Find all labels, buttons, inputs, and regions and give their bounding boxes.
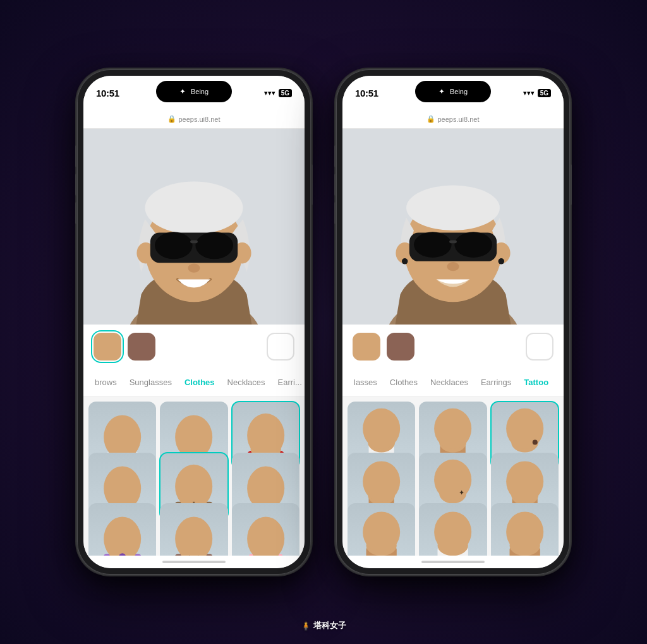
svg-point-8	[195, 232, 233, 259]
being-label-2: Being	[450, 88, 468, 95]
category-tabs-1: brows Sunglasses Clothes Necklaces Earri…	[83, 369, 305, 397]
tab-clothes-1[interactable]: Clothes	[178, 369, 221, 397]
svg-point-63	[447, 262, 459, 271]
color-swatches-1	[83, 325, 305, 369]
avatar-area-2	[342, 129, 564, 325]
svg-point-99	[434, 512, 471, 552]
swatch-empty-1[interactable]	[267, 333, 294, 361]
svg-point-75	[506, 408, 543, 449]
svg-point-72	[434, 408, 471, 449]
svg-point-81	[363, 461, 400, 501]
svg-point-7	[155, 232, 193, 259]
tab-tattoo-2[interactable]: Tattoo	[517, 369, 555, 397]
status-icons-2: ▾▾▾ 5G	[523, 89, 551, 97]
grid-area-2: ❧	[342, 397, 564, 556]
svg-point-50	[247, 517, 284, 556]
watermark-text: 塔科女子	[313, 620, 346, 631]
sparkle-icon-1: ✦	[179, 87, 186, 96]
svg-point-104	[506, 512, 543, 552]
svg-point-22	[247, 414, 284, 458]
phone-1-screen: 10:51 ✦ Being ▾▾▾ 5G 🔒	[83, 76, 305, 568]
sparkle-icon-2: ✦	[438, 87, 445, 96]
url-text-1: peeps.ui8.net	[178, 116, 220, 123]
tattoo-item-3-1[interactable]: ❧	[348, 503, 415, 556]
tab-earrings-1[interactable]: Earri...	[272, 369, 305, 397]
phone-2-screen: 10:51 ✦ Being ▾▾▾ 5G 🔒	[342, 76, 564, 568]
signal-label-2: 5G	[538, 89, 551, 97]
home-bar-1	[162, 561, 226, 563]
time-1: 10:51	[96, 88, 119, 98]
lock-icon-1: 🔒	[167, 115, 176, 123]
svg-text:✦: ✦	[459, 489, 464, 496]
home-indicator-1	[83, 556, 305, 568]
swatch-brown-1[interactable]	[128, 333, 155, 361]
tab-clothes-2[interactable]: Clothes	[384, 369, 424, 397]
svg-point-95	[363, 512, 400, 552]
dynamic-island-1: ✦ Being	[156, 81, 232, 102]
tab-necklaces-2[interactable]: Necklaces	[424, 369, 475, 397]
swatch-empty-2[interactable]	[526, 333, 553, 361]
wifi-icon-1: ▾▾▾	[264, 89, 275, 97]
url-bar-1: 🔒 peeps.ui8.net	[83, 110, 305, 129]
lock-icon-2: 🔒	[426, 115, 435, 123]
grid-item-3-2[interactable]	[160, 503, 227, 556]
phone-1: 10:51 ✦ Being ▾▾▾ 5G 🔒	[77, 69, 311, 575]
avatar-svg-2	[342, 129, 564, 325]
grid-area-1	[83, 397, 305, 556]
svg-point-54	[406, 185, 500, 230]
watermark: 🧍 塔科女子	[301, 620, 346, 631]
svg-point-10	[188, 263, 200, 272]
tattoo-item-3-3[interactable]: ⊛	[491, 503, 559, 556]
svg-point-84	[434, 459, 471, 499]
phone-2: 10:51 ✦ Being ▾▾▾ 5G 🔒	[336, 69, 570, 575]
avatar-svg-1	[83, 129, 305, 325]
url-text-2: peeps.ui8.net	[437, 116, 479, 123]
grid-item-3-3[interactable]	[232, 503, 299, 556]
swatch-beige-2[interactable]	[353, 333, 380, 361]
swatch-brown-2[interactable]	[387, 333, 414, 361]
time-2: 10:51	[355, 88, 378, 98]
svg-rect-9	[190, 240, 198, 243]
tattoo-item-3-2[interactable]	[419, 503, 487, 556]
svg-point-58	[499, 258, 505, 265]
avatar-area-1	[83, 129, 305, 325]
svg-point-61	[454, 232, 492, 258]
scene: 10:51 ✦ Being ▾▾▾ 5G 🔒	[0, 0, 647, 644]
wifi-icon-2: ▾▾▾	[523, 89, 535, 97]
dynamic-island-2: ✦ Being	[415, 81, 491, 102]
tab-earrings-2[interactable]: Earrings	[475, 369, 517, 397]
svg-point-60	[414, 232, 452, 258]
grid-item-3-1[interactable]	[88, 503, 156, 556]
home-indicator-2	[342, 556, 564, 568]
svg-point-56	[402, 258, 408, 265]
tab-necklaces-1[interactable]: Necklaces	[221, 369, 272, 397]
signal-label-1: 5G	[279, 89, 292, 97]
status-bar-1: 10:51 ✦ Being ▾▾▾ 5G	[83, 76, 305, 110]
being-label-1: Being	[191, 88, 209, 95]
svg-rect-62	[449, 240, 457, 243]
tab-brows-1[interactable]: brows	[88, 369, 123, 397]
tab-glasses-2[interactable]: lasses	[348, 369, 384, 397]
watermark-emoji: 🧍	[301, 621, 311, 631]
home-bar-2	[421, 561, 485, 563]
svg-point-46	[175, 517, 212, 556]
svg-point-76	[532, 439, 537, 444]
status-bar-2: 10:51 ✦ Being ▾▾▾ 5G	[342, 76, 564, 110]
status-icons-1: ▾▾▾ 5G	[264, 89, 292, 97]
svg-point-90	[506, 461, 543, 501]
category-tabs-2: lasses Clothes Necklaces Earrings Tattoo	[342, 369, 564, 397]
tab-sunglasses-1[interactable]: Sunglasses	[123, 369, 178, 397]
svg-point-41	[104, 517, 141, 556]
url-bar-2: 🔒 peeps.ui8.net	[342, 110, 564, 129]
svg-point-67	[363, 408, 400, 449]
svg-point-3	[145, 181, 243, 234]
swatch-beige-1[interactable]	[94, 333, 121, 361]
color-swatches-2	[342, 325, 564, 369]
